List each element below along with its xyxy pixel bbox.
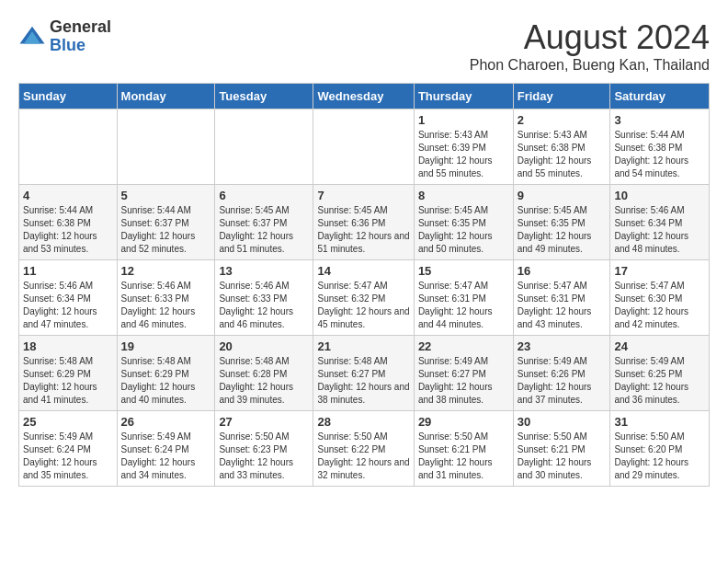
cell-info: Sunrise: 5:45 AMSunset: 6:36 PMDaylight:… bbox=[317, 204, 409, 256]
cell-info: Sunrise: 5:49 AMSunset: 6:25 PMDaylight:… bbox=[614, 355, 705, 407]
cell-info: Sunrise: 5:45 AMSunset: 6:35 PMDaylight:… bbox=[518, 204, 607, 256]
calendar-cell: 9Sunrise: 5:45 AMSunset: 6:35 PMDaylight… bbox=[513, 185, 610, 260]
cell-info: Sunrise: 5:50 AMSunset: 6:23 PMDaylight:… bbox=[219, 431, 309, 482]
cell-info: Sunrise: 5:46 AMSunset: 6:34 PMDaylight:… bbox=[23, 280, 113, 331]
calendar-cell: 30Sunrise: 5:50 AMSunset: 6:21 PMDayligh… bbox=[513, 411, 610, 487]
week-row-1: 4Sunrise: 5:44 AMSunset: 6:38 PMDaylight… bbox=[19, 185, 710, 260]
cell-info: Sunrise: 5:47 AMSunset: 6:31 PMDaylight:… bbox=[518, 280, 607, 331]
calendar-cell: 25Sunrise: 5:49 AMSunset: 6:24 PMDayligh… bbox=[19, 411, 118, 487]
day-number: 1 bbox=[418, 113, 509, 127]
calendar-cell bbox=[117, 109, 215, 185]
cell-info: Sunrise: 5:46 AMSunset: 6:33 PMDaylight:… bbox=[121, 280, 211, 331]
cell-info: Sunrise: 5:47 AMSunset: 6:30 PMDaylight:… bbox=[614, 280, 705, 331]
day-number: 24 bbox=[614, 339, 705, 353]
header-thursday: Thursday bbox=[414, 84, 513, 109]
calendar-cell: 19Sunrise: 5:48 AMSunset: 6:29 PMDayligh… bbox=[117, 336, 215, 411]
cell-info: Sunrise: 5:50 AMSunset: 6:22 PMDaylight:… bbox=[317, 431, 409, 482]
week-row-3: 18Sunrise: 5:48 AMSunset: 6:29 PMDayligh… bbox=[19, 336, 710, 411]
cell-info: Sunrise: 5:48 AMSunset: 6:28 PMDaylight:… bbox=[219, 355, 309, 407]
day-number: 8 bbox=[418, 189, 509, 202]
calendar-cell: 2Sunrise: 5:43 AMSunset: 6:38 PMDaylight… bbox=[513, 109, 610, 185]
cell-info: Sunrise: 5:44 AMSunset: 6:37 PMDaylight:… bbox=[121, 204, 211, 256]
logo-blue: Blue bbox=[50, 37, 111, 55]
week-row-0: 1Sunrise: 5:43 AMSunset: 6:39 PMDaylight… bbox=[19, 109, 710, 185]
cell-info: Sunrise: 5:48 AMSunset: 6:29 PMDaylight:… bbox=[23, 355, 113, 407]
calendar-cell bbox=[313, 109, 414, 185]
calendar-cell: 3Sunrise: 5:44 AMSunset: 6:38 PMDaylight… bbox=[610, 109, 710, 185]
header-row: SundayMondayTuesdayWednesdayThursdayFrid… bbox=[19, 84, 710, 109]
day-number: 31 bbox=[614, 415, 705, 429]
week-row-4: 25Sunrise: 5:49 AMSunset: 6:24 PMDayligh… bbox=[19, 411, 710, 487]
day-number: 2 bbox=[518, 113, 607, 127]
cell-info: Sunrise: 5:43 AMSunset: 6:38 PMDaylight:… bbox=[518, 129, 607, 180]
calendar-cell: 1Sunrise: 5:43 AMSunset: 6:39 PMDaylight… bbox=[414, 109, 513, 185]
week-row-2: 11Sunrise: 5:46 AMSunset: 6:34 PMDayligh… bbox=[19, 260, 710, 336]
calendar-cell: 27Sunrise: 5:50 AMSunset: 6:23 PMDayligh… bbox=[215, 411, 313, 487]
calendar-cell: 17Sunrise: 5:47 AMSunset: 6:30 PMDayligh… bbox=[610, 260, 710, 336]
header-tuesday: Tuesday bbox=[215, 84, 313, 109]
day-number: 5 bbox=[121, 189, 211, 202]
day-number: 23 bbox=[518, 339, 607, 353]
calendar-cell bbox=[19, 109, 118, 185]
cell-info: Sunrise: 5:48 AMSunset: 6:27 PMDaylight:… bbox=[317, 355, 409, 407]
calendar-cell: 31Sunrise: 5:50 AMSunset: 6:20 PMDayligh… bbox=[610, 411, 710, 487]
cell-info: Sunrise: 5:49 AMSunset: 6:26 PMDaylight:… bbox=[518, 355, 607, 407]
header-saturday: Saturday bbox=[610, 84, 710, 109]
cell-info: Sunrise: 5:50 AMSunset: 6:20 PMDaylight:… bbox=[614, 431, 705, 482]
day-number: 12 bbox=[121, 264, 211, 278]
calendar-cell: 22Sunrise: 5:49 AMSunset: 6:27 PMDayligh… bbox=[414, 336, 513, 411]
calendar-cell: 24Sunrise: 5:49 AMSunset: 6:25 PMDayligh… bbox=[610, 336, 710, 411]
cell-info: Sunrise: 5:47 AMSunset: 6:31 PMDaylight:… bbox=[418, 280, 509, 331]
cell-info: Sunrise: 5:49 AMSunset: 6:24 PMDaylight:… bbox=[121, 431, 211, 482]
day-number: 22 bbox=[418, 339, 509, 353]
day-number: 20 bbox=[219, 339, 309, 353]
calendar-cell: 18Sunrise: 5:48 AMSunset: 6:29 PMDayligh… bbox=[19, 336, 118, 411]
calendar-cell: 12Sunrise: 5:46 AMSunset: 6:33 PMDayligh… bbox=[117, 260, 215, 336]
calendar-cell: 20Sunrise: 5:48 AMSunset: 6:28 PMDayligh… bbox=[215, 336, 313, 411]
cell-info: Sunrise: 5:46 AMSunset: 6:34 PMDaylight:… bbox=[614, 204, 705, 256]
day-number: 29 bbox=[418, 415, 509, 429]
calendar-cell bbox=[215, 109, 313, 185]
logo-general: General bbox=[50, 18, 111, 37]
cell-info: Sunrise: 5:44 AMSunset: 6:38 PMDaylight:… bbox=[23, 204, 113, 256]
day-number: 9 bbox=[518, 189, 607, 202]
cell-info: Sunrise: 5:44 AMSunset: 6:38 PMDaylight:… bbox=[614, 129, 705, 180]
cell-info: Sunrise: 5:47 AMSunset: 6:32 PMDaylight:… bbox=[317, 280, 409, 331]
page-header: General Blue August 2024 Phon Charoen, B… bbox=[18, 18, 710, 74]
day-number: 4 bbox=[23, 189, 113, 202]
calendar-cell: 16Sunrise: 5:47 AMSunset: 6:31 PMDayligh… bbox=[513, 260, 610, 336]
calendar-cell: 13Sunrise: 5:46 AMSunset: 6:33 PMDayligh… bbox=[215, 260, 313, 336]
day-number: 28 bbox=[317, 415, 409, 429]
cell-info: Sunrise: 5:45 AMSunset: 6:35 PMDaylight:… bbox=[418, 204, 509, 256]
header-monday: Monday bbox=[117, 84, 215, 109]
day-number: 17 bbox=[614, 264, 705, 278]
calendar-cell: 10Sunrise: 5:46 AMSunset: 6:34 PMDayligh… bbox=[610, 185, 710, 260]
day-number: 27 bbox=[219, 415, 309, 429]
day-number: 21 bbox=[317, 339, 409, 353]
day-number: 15 bbox=[418, 264, 509, 278]
location-title: Phon Charoen, Bueng Kan, Thailand bbox=[470, 57, 710, 74]
header-wednesday: Wednesday bbox=[313, 84, 414, 109]
calendar-cell: 8Sunrise: 5:45 AMSunset: 6:35 PMDaylight… bbox=[414, 185, 513, 260]
calendar-cell: 11Sunrise: 5:46 AMSunset: 6:34 PMDayligh… bbox=[19, 260, 118, 336]
calendar-cell: 4Sunrise: 5:44 AMSunset: 6:38 PMDaylight… bbox=[19, 185, 118, 260]
header-friday: Friday bbox=[513, 84, 610, 109]
calendar-cell: 28Sunrise: 5:50 AMSunset: 6:22 PMDayligh… bbox=[313, 411, 414, 487]
header-sunday: Sunday bbox=[19, 84, 118, 109]
calendar-cell: 6Sunrise: 5:45 AMSunset: 6:37 PMDaylight… bbox=[215, 185, 313, 260]
cell-info: Sunrise: 5:50 AMSunset: 6:21 PMDaylight:… bbox=[518, 431, 607, 482]
cell-info: Sunrise: 5:49 AMSunset: 6:27 PMDaylight:… bbox=[418, 355, 509, 407]
cell-info: Sunrise: 5:45 AMSunset: 6:37 PMDaylight:… bbox=[219, 204, 309, 256]
logo: General Blue bbox=[18, 18, 111, 55]
day-number: 13 bbox=[219, 264, 309, 278]
day-number: 10 bbox=[614, 189, 705, 202]
calendar-cell: 7Sunrise: 5:45 AMSunset: 6:36 PMDaylight… bbox=[313, 185, 414, 260]
day-number: 11 bbox=[23, 264, 113, 278]
day-number: 30 bbox=[518, 415, 607, 429]
day-number: 18 bbox=[23, 339, 113, 353]
cell-info: Sunrise: 5:43 AMSunset: 6:39 PMDaylight:… bbox=[418, 129, 509, 180]
calendar-cell: 5Sunrise: 5:44 AMSunset: 6:37 PMDaylight… bbox=[117, 185, 215, 260]
calendar-cell: 21Sunrise: 5:48 AMSunset: 6:27 PMDayligh… bbox=[313, 336, 414, 411]
cell-info: Sunrise: 5:49 AMSunset: 6:24 PMDaylight:… bbox=[23, 431, 113, 482]
logo-text: General Blue bbox=[50, 18, 111, 55]
